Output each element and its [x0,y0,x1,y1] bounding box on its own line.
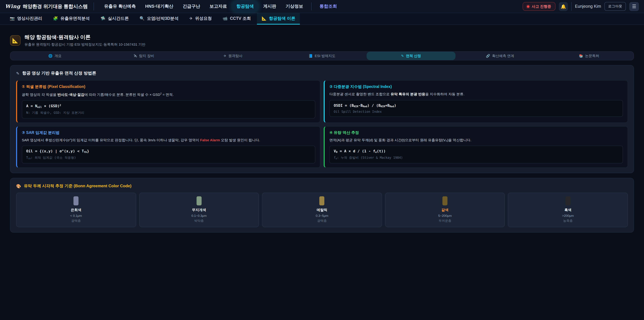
formula-block: Oil = {(x,y) | σ°(x,y) < Tth} Tth: 최적 임계… [22,146,315,163]
magnifier-icon: 🔍 [140,16,144,21]
formula-caption: fe: 누적 증발비 (Stiver & Mackay 1984) [334,156,618,160]
page-header-icon-box: 📐 [10,35,20,46]
pencil-icon: ✎ [16,71,20,76]
drone-icon: 🛸 [100,16,106,21]
airplane-icon: ✈ [189,16,193,21]
incident-status-badge[interactable]: 사고 진행중 [522,2,556,11]
sub-tab-bar: 📷 영상사진관리 🧩 유출유면적분석 🛸 실시간드론 🔍 오염/선박3D분석 ✈… [0,13,644,25]
page-header: 📐 해양 항공탐색·원격탐사 이론 유출유 원격탐지·항공감시 기법·ESI 방… [10,34,634,47]
bonn-layer-description: 박막층 [142,219,256,223]
subtab-satellite-request[interactable]: ✈ 위성요청 [185,13,216,25]
formula: OSDI = (BNIR-BRed) / (BNIR+BRed) [334,103,618,108]
bonn-title-text: 유막 두께 시각적 추정 기준 (Bonn Agreement Color Co… [24,183,132,189]
tab-papers-patents[interactable]: 📚 논문특허 [544,52,634,60]
link-icon: 🔗 [486,54,490,58]
video-camera-icon: 📹 [222,16,228,21]
bonn-thickness-range: 0.3~5μm [265,214,379,217]
bonn-card-metallic: 메탈릭 0.3~5μm 광택층 [262,193,382,227]
tab-label: 원격탐사 [228,54,242,58]
formula: A = Noil × (GSD)2 [26,104,311,109]
formula-block: A = Noil × (GSD)2 N: 기름 픽셀수, GSD: 지상 표본거… [22,101,315,119]
tab-area-calculation[interactable]: ✎ 면적 산정 [366,52,456,60]
formula: Oil = {(x,y) | σ°(x,y) < Tth} [26,149,311,154]
menu-item-integrated-search[interactable]: 통합조회 [316,1,341,12]
bonn-thickness-range: >200μm [511,214,625,217]
logo: Wing 해양환경 위기대응 통합시스템 [5,3,88,10]
methods-panel: ✎ 항공 영상 기반 유출유 면적 산정 방법론 ① 픽셀 분류법 (Pixel… [10,65,634,173]
bonn-layer-description: 광택층 [19,219,133,223]
page-subtitle: 유출유 원격탐지·항공감시 기법·ESI 방제정보지도·등록특허 10-1567… [24,42,146,47]
menu-item-hns-atmospheric[interactable]: HNS·대기확산 [141,1,178,12]
subtab-aerial-search-theory[interactable]: 📐 항공탐색 이론 [257,13,300,25]
formula-caption: Oil Spill Detection Index [334,110,618,114]
navbar-right: 사고 진행중 🔔 Eunjeong Kim 로그아웃 ☰ [522,2,639,11]
tab-remote-sensing[interactable]: ✈ 원격탐사 [188,52,278,60]
menu-item-reports[interactable]: 보고자료 [206,1,231,12]
puzzle-icon: 🧩 [53,16,58,21]
subtab-image-photo-management[interactable]: 📷 영상사진관리 [5,13,47,25]
bonn-card-black: 흑색 >200μm 농축층 [508,193,628,227]
bonn-thickness-range: < 0.1μm [19,214,133,217]
menu-item-weather[interactable]: 기상정보 [282,1,307,12]
bell-icon: 🔔 [561,4,566,9]
methods-title-text: 항공 영상 기반 유출유 면적 산정 방법론 [22,71,96,76]
method-card-spectral-index: ② 다중분광 지수법 (Spectral Index) 다중분광 센서로 촬영한… [324,80,628,123]
subtab-label: 항공탐색 이론 [269,16,295,21]
logout-button[interactable]: 로그아웃 [604,2,626,11]
method-card-volume-inversion: ④ 유량 역산 추정 면적(A)과 평균 유막 두께(d) 및 풍화 경과 시간… [324,126,628,168]
method-card-description: 다중분광 센서로 촬영한 밴드 조합으로 유막 특유의 분광 반응을 지수화하여… [330,92,623,97]
formula-block: OSDI = (BNIR-BRed) / (BNIR+BRed) Oil Spi… [330,100,623,117]
top-navbar: Wing 해양환경 위기대응 통합시스템 유출유 확산예측 HNS·대기확산 긴… [0,0,644,13]
menu-item-emergency-rescue[interactable]: 긴급구난 [178,1,204,12]
method-card-sar-threshold: ③ SAR 임계값 분리법 SAR 영상에서 후방산란계수(σ°)의 임계값 이… [16,126,320,168]
subtab-pollution-ship-3d-analysis[interactable]: 🔍 오염/선박3D분석 [135,13,183,25]
section-tab-bar: 🌐 개요 🛰 탐지 장비 ✈ 원격탐사 📘 ESI 방제지도 ✎ 면적 산정 🔗… [10,51,634,60]
subtab-oil-area-analysis[interactable]: 🧩 유출유면적분석 [48,13,94,25]
bonn-color-name: 은회색 [19,208,133,212]
pencil-icon: ✎ [401,54,404,58]
book-icon: 📘 [308,54,313,58]
bonn-card-rainbow: 무지개색 0.1~0.3μm 박막층 [139,193,259,227]
bonn-card-silver-gray: 은회색 < 0.1μm 광택층 [16,193,136,227]
tab-diffusion-forecast-link[interactable]: 🔗 확산예측 연계 [456,52,544,60]
camera-icon: 📷 [10,16,15,21]
triangle-ruler-icon: 📐 [262,16,267,21]
bonn-layer-description: 농축층 [511,219,625,223]
subtab-label: 유출유면적분석 [60,16,90,21]
navbar-divider [94,2,94,11]
satellite-icon: 🛰 [134,54,137,58]
user-name: Eunjeong Kim [575,4,601,9]
menu-item-board[interactable]: 게시판 [259,1,280,12]
hamburger-menu-button[interactable]: ☰ [629,2,639,11]
tab-detection-equipment[interactable]: 🛰 탐지 장비 [100,52,188,60]
triangle-ruler-icon: 📐 [12,38,18,44]
color-swatch [196,196,202,205]
subtab-realtime-drone[interactable]: 🛸 실시간드론 [96,13,134,25]
tab-label: 개요 [54,54,62,58]
bonn-panel-title: 🎨 유막 두께 시각적 추정 기준 (Bonn Agreement Color … [16,183,628,189]
subtab-label: 오염/선박3D분석 [147,16,178,21]
method-card-title: ① 픽셀 분류법 (Pixel Classification) [22,84,315,89]
formula-block: V0 = A × d / (1 - fe(t)) fe: 누적 증발비 (Sti… [330,146,623,163]
tab-label: ESI 방제지도 [315,54,336,58]
subtab-cctv-view[interactable]: 📹 CCTV 조회 [218,13,256,25]
method-card-title: ③ SAR 임계값 분리법 [22,130,315,135]
menu-item-aerial-search[interactable]: 항공탐색 [232,1,258,12]
color-swatch [442,196,448,205]
method-card-title: ② 다중분광 지수법 (Spectral Index) [330,84,623,89]
logo-wing-mark: Wing [5,3,20,10]
tab-esi-map[interactable]: 📘 ESI 방제지도 [278,52,366,60]
books-icon: 📚 [579,54,583,58]
bonn-layer-description: 두꺼운층 [388,219,502,223]
notification-bell-button[interactable]: 🔔 [559,2,568,11]
palette-icon: 🎨 [16,184,21,188]
incident-dot-icon [527,5,529,8]
color-swatch [565,196,570,205]
main-menu: 유출유 확산예측 HNS·대기확산 긴급구난 보고자료 항공탐색 게시판 기상정… [100,1,341,12]
subtab-label: 영상사진관리 [17,16,42,21]
bonn-color-code-panel: 🎨 유막 두께 시각적 추정 기준 (Bonn Agreement Color … [10,178,634,233]
tab-overview[interactable]: 🌐 개요 [10,52,100,60]
formula-caption: N: 기름 픽셀수, GSD: 지상 표본거리 [26,111,311,115]
formula-caption: Tth: 최적 임계값 (국소 적응형) [26,156,311,160]
menu-item-oil-spill-forecast[interactable]: 유출유 확산예측 [100,1,140,12]
